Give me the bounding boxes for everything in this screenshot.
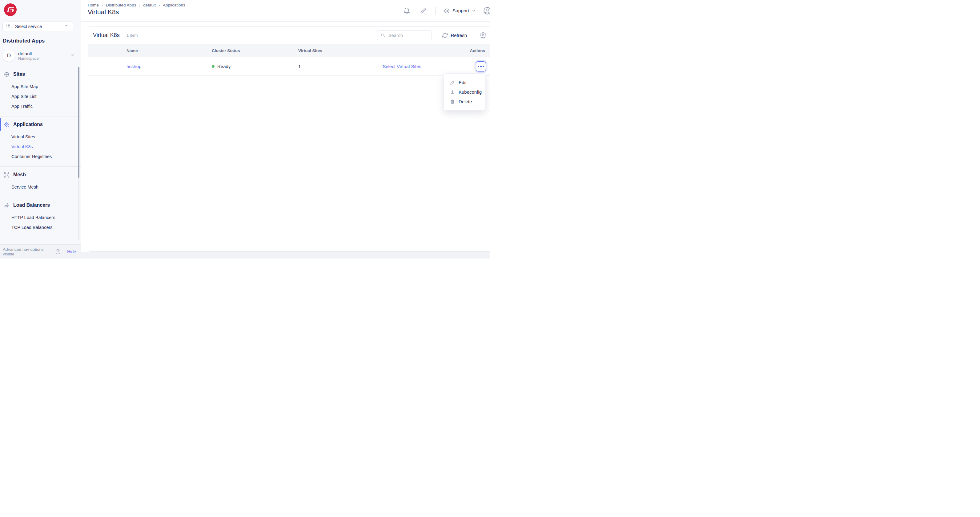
row-name-link[interactable]: hsshop [127, 64, 212, 69]
refresh-label: Refresh [450, 33, 467, 38]
namespace-selector[interactable]: D default Namespace [1, 48, 80, 64]
namespace-name: default [18, 51, 39, 56]
more-horizontal-icon [478, 65, 479, 67]
breadcrumb-home[interactable]: Home [88, 3, 99, 7]
sidebar-item-load-balancers[interactable]: Load Balancers [0, 201, 81, 209]
column-header-name: Name [127, 48, 212, 53]
section-label: Sites [13, 72, 25, 77]
breadcrumb-applications[interactable]: Applications [163, 3, 185, 7]
nav-section-load-balancers: Load Balancers HTTP Load Balancers TCP L… [0, 197, 81, 241]
status-dot-icon [212, 65, 215, 68]
menu-item-edit[interactable]: Edit [444, 78, 485, 87]
status-label: Ready [217, 64, 231, 69]
select-service-label: Select service [15, 24, 42, 29]
trash-icon [450, 99, 455, 104]
globe-icon [3, 71, 10, 78]
gear-icon[interactable] [480, 32, 486, 38]
brush-icon[interactable] [420, 7, 426, 14]
section-label: Load Balancers [13, 203, 50, 208]
divider [435, 7, 436, 15]
select-virtual-sites-link[interactable]: Select Virtual Sites [383, 64, 422, 69]
search-input[interactable] [388, 33, 425, 38]
breadcrumb-separator: › [102, 3, 103, 7]
chevron-down-icon [471, 9, 476, 13]
column-header-cluster-status: Cluster Status [212, 48, 298, 53]
bell-icon[interactable] [403, 7, 410, 14]
sidebar-scrollbar[interactable] [78, 67, 80, 240]
namespace-type-label: Namespace [18, 56, 39, 61]
table-row: hsshop Ready 1 Select Virtual Sites [88, 57, 490, 76]
menu-item-delete[interactable]: Delete [444, 97, 485, 106]
sidebar-nav: Sites App Site Map App Site List App Tra… [0, 66, 81, 241]
load-balancer-icon [3, 202, 10, 209]
chevron-down-icon [64, 23, 70, 30]
virtual-sites-count: 1 [298, 64, 363, 69]
namespace-avatar: D [3, 50, 15, 62]
sidebar-item-virtual-sites[interactable]: Virtual Sites [0, 132, 81, 142]
sidebar-item-virtual-k8s[interactable]: Virtual K8s [0, 142, 81, 152]
sidebar-scrollbar-thumb[interactable] [78, 67, 80, 178]
support-label: Support [452, 8, 469, 14]
sidebar-item-container-registries[interactable]: Container Registries [0, 152, 81, 161]
hide-nav-link[interactable]: Hide [67, 249, 76, 254]
sidebar-heading: Distributed Apps [3, 38, 45, 44]
top-bar: Home › Distributed Apps › default › Appl… [81, 0, 490, 22]
search-icon [380, 33, 386, 38]
sidebar-item-mesh[interactable]: Mesh [0, 171, 81, 179]
table-header-row: Name Cluster Status Virtual Sites Action… [88, 44, 490, 57]
namespace-initial: D [7, 53, 11, 59]
breadcrumb-distributed-apps[interactable]: Distributed Apps [106, 3, 136, 7]
f5-console: f5 Select service Distributed Apps D def… [0, 0, 490, 258]
menu-item-label: Kubeconfig [458, 89, 482, 94]
sidebar-item-sites[interactable]: Sites [0, 70, 81, 78]
virtual-k8s-card: Virtual K8s 1 item Ref [88, 26, 490, 252]
section-label: Mesh [13, 172, 26, 177]
sidebar-item-app-traffic[interactable]: App Traffic [0, 101, 81, 111]
actions-cell [476, 61, 490, 72]
f5-logo[interactable]: f5 [4, 3, 17, 16]
advanced-nav-label: Advanced nav options visible [3, 247, 53, 256]
kubernetes-helm-icon [3, 121, 10, 128]
sidebar-item-app-site-list[interactable]: App Site List [0, 91, 81, 101]
menu-item-kubeconfig[interactable]: Kubeconfig [444, 87, 485, 97]
item-count: 1 item [127, 33, 138, 38]
breadcrumb-default[interactable]: default [143, 3, 156, 7]
apps-grid-icon [6, 23, 12, 30]
card-header: Virtual K8s 1 item Ref [88, 27, 490, 44]
nav-section-mesh: Mesh Service Mesh [0, 167, 81, 197]
support-menu[interactable]: Support [444, 8, 476, 14]
chevron-down-icon [70, 53, 76, 59]
actions-dropdown-menu: Edit Kubeconfig Delete [444, 73, 485, 111]
mesh-nodes-icon [3, 172, 10, 178]
nav-section-applications: Applications Virtual Sites Virtual K8s C… [0, 116, 81, 167]
menu-item-label: Edit [458, 80, 467, 85]
more-horizontal-icon [480, 65, 482, 67]
nav-section-sites: Sites App Site Map App Site List App Tra… [0, 66, 81, 116]
sidebar-item-http-load-balancers[interactable]: HTTP Load Balancers [0, 212, 81, 222]
search-box [377, 30, 432, 40]
more-actions-button[interactable] [476, 61, 486, 72]
column-header-virtual-sites: Virtual Sites [298, 48, 363, 53]
breadcrumb: Home › Distributed Apps › default › Appl… [88, 3, 185, 7]
sidebar-item-service-mesh[interactable]: Service Mesh [0, 182, 81, 192]
sidebar-item-app-site-map[interactable]: App Site Map [0, 81, 81, 91]
user-icon[interactable] [483, 6, 490, 15]
refresh-button[interactable]: Refresh [442, 33, 467, 38]
page-scrollbar-fragment[interactable] [489, 112, 490, 142]
top-actions: Support [403, 0, 490, 22]
breadcrumb-separator: › [159, 3, 160, 7]
pencil-icon [450, 80, 455, 85]
card-title: Virtual K8s [93, 32, 120, 38]
page-background-strip [81, 252, 490, 258]
page-title: Virtual K8s [88, 8, 119, 16]
cluster-status-cell: Ready [212, 64, 298, 69]
menu-item-label: Delete [458, 99, 472, 104]
column-header-actions: Actions [470, 48, 490, 53]
section-label: Applications [13, 122, 43, 127]
breadcrumb-separator: › [139, 3, 140, 7]
sidebar-item-tcp-load-balancers[interactable]: TCP Load Balancers [0, 222, 81, 232]
sidebar-item-applications[interactable]: Applications [0, 120, 81, 129]
select-service-dropdown[interactable]: Select service [2, 22, 74, 31]
more-horizontal-icon [483, 65, 484, 67]
question-icon[interactable]: ? [56, 249, 60, 254]
